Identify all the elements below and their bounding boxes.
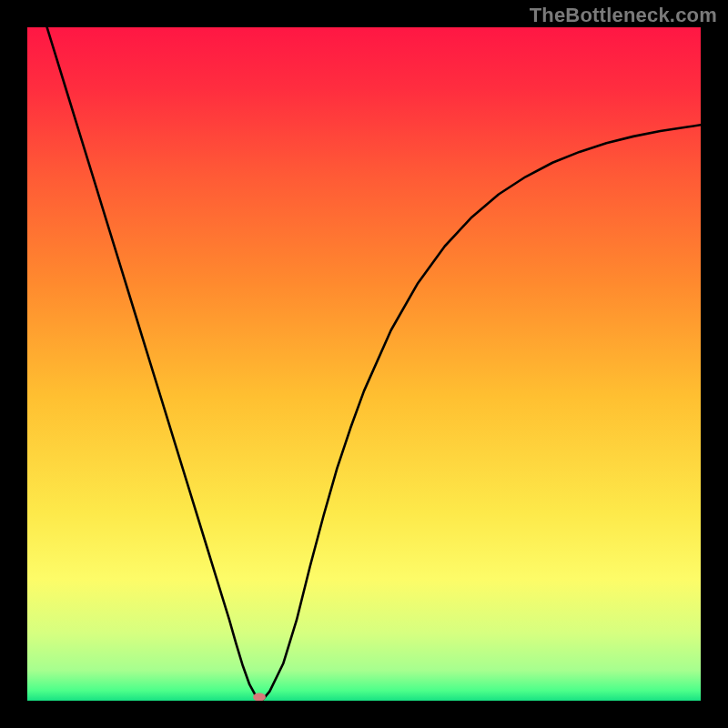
curve-layer xyxy=(27,27,701,701)
optimum-marker xyxy=(253,693,266,701)
watermark-text: TheBottleneck.com xyxy=(530,4,717,27)
bottleneck-curve xyxy=(27,27,701,700)
plot-area xyxy=(27,27,701,701)
chart-frame: TheBottleneck.com xyxy=(0,0,728,728)
